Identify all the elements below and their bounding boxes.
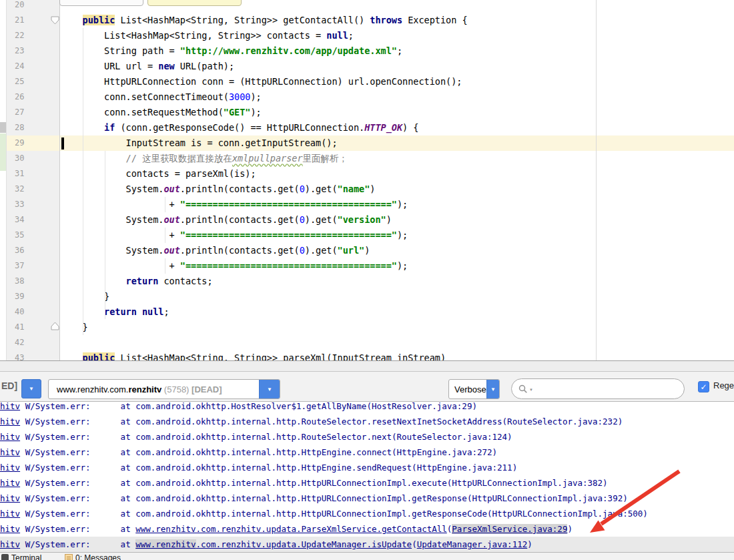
indent-guide bbox=[165, 258, 165, 274]
logcat-search-input[interactable] bbox=[536, 383, 677, 394]
log-tag-link[interactable]: hitv bbox=[0, 478, 20, 488]
search-icon bbox=[518, 384, 528, 394]
logcat-list: hitv W/System.err: at com.android.okhttp… bbox=[0, 402, 734, 552]
clipped-popup-field[interactable] bbox=[59, 0, 143, 6]
log-tag-link[interactable]: hitv bbox=[0, 493, 20, 503]
logcat-console[interactable]: hitv W/System.err: at com.android.okhttp… bbox=[0, 402, 734, 552]
code-line-31: 31 contacts = parseXml(is); bbox=[0, 166, 734, 182]
log-level-dropdown-button[interactable]: ▼ bbox=[486, 380, 499, 398]
line-number: 31 bbox=[0, 166, 60, 182]
code-line-29: 29 InputStream is = conn.getInputStream(… bbox=[0, 135, 734, 151]
stacktrace-link[interactable]: www.renzhitv.com.renzhitv.updata.ParseXm… bbox=[135, 524, 447, 534]
regex-checkbox[interactable]: ✓ bbox=[698, 381, 709, 392]
line-number: 24 bbox=[0, 59, 60, 74]
line-number: 33 bbox=[0, 197, 60, 212]
process-dropdown-button[interactable]: ▼ bbox=[259, 380, 280, 398]
fold-end-icon[interactable] bbox=[51, 322, 60, 331]
log-tag-link[interactable]: hitv bbox=[0, 524, 20, 534]
ddms-toolbar: ED] ▼ www.renzhitv.com.renzhitv (5758) [… bbox=[0, 372, 734, 402]
log-row[interactable]: hitv W/System.err: at www.renzhitv.com.r… bbox=[0, 521, 734, 537]
stacktrace-link[interactable]: ParseXmlService.java:29 bbox=[452, 524, 567, 534]
line-number: 23 bbox=[0, 43, 60, 59]
regex-label: Regex bbox=[713, 380, 734, 390]
log-level-selector[interactable]: Verbose ▼ bbox=[448, 379, 500, 399]
log-row[interactable]: hitv W/System.err: at com.android.okhttp… bbox=[0, 460, 734, 475]
log-row[interactable]: hitv W/System.err: at com.android.okhttp… bbox=[0, 402, 734, 414]
indent-guide bbox=[165, 197, 165, 212]
log-tag-link[interactable]: hitv bbox=[0, 432, 20, 442]
code-line-33: 33 + "==================================… bbox=[0, 197, 734, 212]
log-tag-link[interactable]: hitv bbox=[0, 539, 20, 549]
clipped-popup-field-yellow[interactable] bbox=[147, 0, 242, 6]
log-tag-link[interactable]: hitv bbox=[0, 463, 20, 473]
process-selector[interactable]: www.renzhitv.com.renzhitv (5758) [DEAD] … bbox=[48, 379, 280, 399]
code-editor[interactable]: 2021 public List<HashMap<String, String>… bbox=[0, 0, 734, 361]
line-number: 36 bbox=[0, 243, 60, 258]
indent-guide bbox=[105, 151, 105, 319]
device-dropdown-button[interactable]: ▼ bbox=[21, 379, 41, 398]
code-line-38: 38 return contacts; bbox=[0, 274, 734, 289]
panel-divider-band bbox=[0, 361, 734, 372]
terminal-tool-button[interactable]: Terminal bbox=[11, 553, 41, 560]
code-line-30: 30 // 这里获取数据直接放在xmlpullparser里面解析； bbox=[0, 151, 734, 166]
line-number: 28 bbox=[0, 120, 60, 135]
indent-guide bbox=[83, 28, 83, 335]
stacktrace-link[interactable]: www.renzhitv bbox=[135, 539, 196, 549]
line-number: 37 bbox=[0, 258, 60, 274]
line-number: 25 bbox=[0, 74, 60, 89]
dropdown-arrow-icon: ▼ bbox=[29, 386, 34, 392]
log-row[interactable]: hitv W/System.err: at com.android.okhttp… bbox=[0, 445, 734, 460]
search-options-caret-icon[interactable]: ▼ bbox=[529, 388, 533, 392]
line-number: 27 bbox=[0, 105, 60, 120]
code-line-42: 42 bbox=[0, 335, 734, 350]
code-line-41: 41 } bbox=[0, 320, 734, 335]
messages-tool-button[interactable]: 0: Messages bbox=[75, 553, 121, 560]
stacktrace-link[interactable]: UpdateManager.java:112 bbox=[417, 539, 528, 549]
code-line-28: 28 if (conn.getResponseCode() == HttpURL… bbox=[0, 120, 734, 135]
code-lines: 2021 public List<HashMap<String, String>… bbox=[0, 0, 734, 361]
log-row[interactable]: hitv W/System.err: at www.renzhitv.com.r… bbox=[0, 537, 734, 552]
logcat-search[interactable]: ▼ bbox=[511, 378, 685, 399]
log-row[interactable]: hitv W/System.err: at com.android.okhttp… bbox=[0, 429, 734, 445]
code-line-26: 26 conn.setConnectTimeout(3000); bbox=[0, 89, 734, 105]
code-line-36: 36 System.out.println(contacts.get(0).ge… bbox=[0, 243, 734, 258]
line-number: 40 bbox=[0, 304, 60, 320]
log-tag-link[interactable]: hitv bbox=[0, 402, 20, 411]
line-number: 29 bbox=[0, 135, 60, 151]
log-tag-link[interactable]: hitv bbox=[0, 447, 20, 457]
editor-marker-strip bbox=[0, 0, 7, 360]
code-line-21: 21 public List<HashMap<String, String>> … bbox=[0, 13, 734, 28]
code-line-23: 23 String path = "http://www.renzhitv.co… bbox=[0, 43, 734, 59]
code-line-22: 22 List<HashMap<String, String>> contact… bbox=[0, 28, 734, 43]
code-line-35: 35 + "==================================… bbox=[0, 228, 734, 243]
log-row[interactable]: hitv W/System.err: at com.android.okhttp… bbox=[0, 475, 734, 491]
vcs-change-marker bbox=[0, 133, 6, 171]
check-icon: ✓ bbox=[700, 382, 707, 392]
line-number: 22 bbox=[0, 28, 60, 43]
log-row[interactable]: hitv W/System.err: at com.android.okhttp… bbox=[0, 414, 734, 429]
bottom-tool-windows-bar: Terminal 0: Messages bbox=[0, 552, 734, 560]
right-margin-guide bbox=[596, 0, 597, 360]
process-selector-value: www.renzhitv.com.renzhitv (5758) [DEAD] bbox=[49, 384, 259, 394]
line-number: 38 bbox=[0, 274, 60, 289]
log-row[interactable]: hitv W/System.err: at com.android.okhttp… bbox=[0, 506, 734, 521]
code-line-39: 39 } bbox=[0, 289, 734, 304]
code-line-32: 32 System.out.println(contacts.get(0).ge… bbox=[0, 182, 734, 197]
code-line-40: 40 return null; bbox=[0, 304, 734, 320]
line-number: 43 bbox=[0, 350, 60, 361]
log-level-value: Verbose bbox=[449, 384, 486, 394]
stacktrace-link[interactable]: .com.renzhitv.updata.UpdateManager.isUpd… bbox=[196, 539, 412, 549]
device-dropdown-partial: ED] bbox=[1, 380, 17, 391]
code-line-37: 37 + "==================================… bbox=[0, 258, 734, 274]
line-number: 30 bbox=[0, 151, 60, 166]
code-line-24: 24 URL url = new URL(path); bbox=[0, 59, 734, 74]
terminal-icon bbox=[1, 554, 9, 560]
log-tag-link[interactable]: hitv bbox=[0, 509, 20, 519]
dropdown-arrow-icon: ▼ bbox=[490, 386, 496, 392]
fold-collapse-icon[interactable] bbox=[51, 16, 60, 25]
line-number: 35 bbox=[0, 228, 60, 243]
code-line-43: 43 public List<HashMap<String, String>> … bbox=[0, 350, 734, 361]
log-row[interactable]: hitv W/System.err: at com.android.okhttp… bbox=[0, 491, 734, 506]
log-tag-link[interactable]: hitv bbox=[0, 416, 20, 427]
code-line-25: 25 HttpURLConnection conn = (HttpURLConn… bbox=[0, 74, 734, 89]
